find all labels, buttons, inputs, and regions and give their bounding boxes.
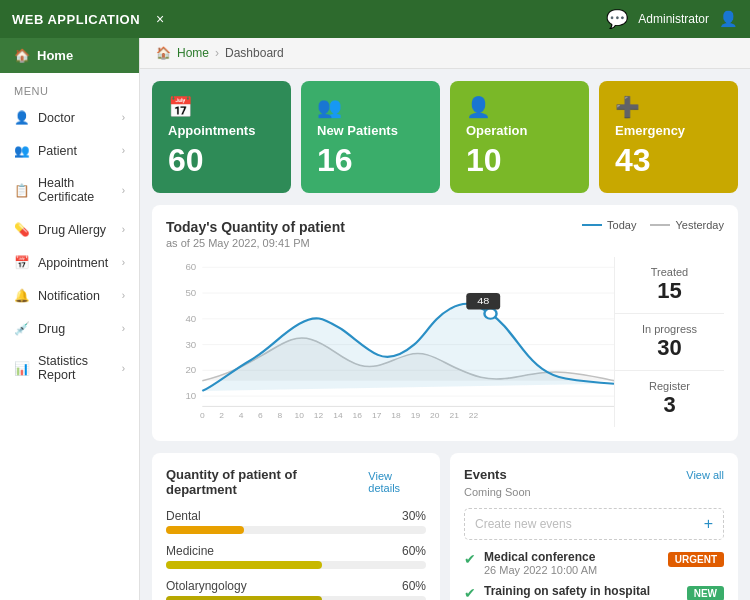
chart-stat-in-progress: In progress 30 (615, 314, 724, 371)
dept-medicine-bar (166, 561, 322, 569)
chevron-right-icon: › (122, 363, 125, 374)
chart-canvas: 60 50 40 30 20 10 (166, 257, 614, 427)
svg-text:21: 21 (449, 411, 458, 419)
sidebar-patient-label: Patient (38, 144, 77, 158)
operation-icon: 👤 (466, 95, 573, 119)
events-create-field[interactable]: Create new evens + (464, 508, 724, 540)
breadcrumb-home[interactable]: Home (177, 46, 209, 60)
chart-subtitle: as of 25 May 2022, 09:41 PM (166, 237, 345, 249)
events-title: Events (464, 467, 507, 482)
emergency-icon: ➕ (615, 95, 722, 119)
operation-label: Operation (466, 123, 573, 138)
chevron-right-icon: › (122, 290, 125, 301)
sidebar-home-label: Home (37, 48, 73, 63)
topbar-title: WEB APPLICATION (12, 12, 140, 27)
topbar: WEB APPLICATION × 💬 Administrator 👤 (0, 0, 750, 38)
events-add-icon[interactable]: + (704, 515, 713, 533)
chevron-right-icon: › (122, 257, 125, 268)
svg-text:14: 14 (333, 411, 343, 419)
event-badge-new: NEW (687, 586, 724, 600)
event-item-0: ✔ Medical conference 26 May 2022 10:00 A… (464, 550, 724, 576)
sidebar-doctor-label: Doctor (38, 111, 75, 125)
breadcrumb-separator: › (215, 46, 219, 60)
chevron-right-icon: › (122, 323, 125, 334)
legend-today-label: Today (607, 219, 636, 231)
dept-dental-name: Dental (166, 509, 201, 523)
sidebar-item-doctor[interactable]: 👤 Doctor › (0, 101, 139, 134)
stat-card-emergency[interactable]: ➕ Emergency 43 (599, 81, 738, 193)
sidebar-notification-label: Notification (38, 289, 100, 303)
chart-svg: 60 50 40 30 20 10 (166, 257, 614, 427)
sidebar-drug-allergy-label: Drug Allergy (38, 223, 106, 237)
svg-text:2: 2 (219, 411, 224, 419)
operation-value: 10 (466, 142, 573, 179)
in-progress-label: In progress (642, 323, 697, 335)
health-icon: 📋 (14, 183, 30, 198)
sidebar-menu-label: Menu (0, 73, 139, 101)
bottom-row: Quantity of patient of department View d… (152, 453, 738, 600)
svg-text:17: 17 (372, 411, 381, 419)
events-view-link[interactable]: View all (686, 469, 724, 481)
stat-cards: 📅 Appointments 60 👥 New Patients 16 👤 Op… (152, 81, 738, 193)
sidebar-item-statistics-report[interactable]: 📊 Statistics Report › (0, 345, 139, 391)
legend-yesterday-label: Yesterday (675, 219, 724, 231)
dept-view-link[interactable]: View details (368, 470, 426, 494)
svg-point-13 (484, 309, 496, 319)
dept-otolaryngology-pct: 60% (402, 579, 426, 593)
dept-otolaryngology-name: Otolaryngology (166, 579, 247, 593)
chevron-right-icon: › (122, 224, 125, 235)
chart-title: Today's Quantity of patient (166, 219, 345, 235)
stat-card-appointments[interactable]: 📅 Appointments 60 (152, 81, 291, 193)
breadcrumb: 🏠 Home › Dashboard (140, 38, 750, 69)
dept-dental-pct: 30% (402, 509, 426, 523)
chart-right-stats: Treated 15 In progress 30 Register 3 (614, 257, 724, 427)
svg-text:50: 50 (185, 289, 196, 298)
dept-medicine-name: Medicine (166, 544, 214, 558)
appointment-icon: 📅 (14, 255, 30, 270)
svg-text:12: 12 (314, 411, 323, 419)
svg-text:22: 22 (469, 411, 478, 419)
event-badge-urgent: URGENT (668, 552, 724, 567)
doctor-icon: 👤 (14, 110, 30, 125)
svg-text:30: 30 (185, 340, 196, 349)
dept-dental-bar (166, 526, 244, 534)
topbar-close-button[interactable]: × (156, 11, 164, 27)
sidebar-item-drug-allergy[interactable]: 💊 Drug Allergy › (0, 213, 139, 246)
svg-text:10: 10 (185, 392, 196, 401)
chart-legend: Today Yesterday (582, 219, 724, 231)
svg-text:10: 10 (294, 411, 304, 419)
stat-card-new-patients[interactable]: 👥 New Patients 16 (301, 81, 440, 193)
notification-icon: 🔔 (14, 288, 30, 303)
appointments-icon: 📅 (168, 95, 275, 119)
event-date-0: 26 May 2022 10:00 AM (484, 564, 660, 576)
home-icon: 🏠 (14, 48, 30, 63)
sidebar-health-label: Health Certificate (38, 176, 122, 204)
svg-text:40: 40 (185, 315, 196, 324)
event-name-0: Medical conference (484, 550, 660, 564)
dept-otolaryngology-bar (166, 596, 322, 600)
breadcrumb-current: Dashboard (225, 46, 284, 60)
svg-text:6: 6 (258, 411, 263, 419)
sidebar-item-notification[interactable]: 🔔 Notification › (0, 279, 139, 312)
events-section: Events View all Coming Soon Create new e… (450, 453, 738, 600)
sidebar-statistics-label: Statistics Report (38, 354, 122, 382)
event-item-1: ✔ Training on safety in hospital 26 May … (464, 584, 724, 600)
sidebar-item-patient[interactable]: 👥 Patient › (0, 134, 139, 167)
admin-user-label: Administrator (638, 12, 709, 26)
sidebar-item-appointment[interactable]: 📅 Appointment › (0, 246, 139, 279)
svg-text:48: 48 (477, 296, 490, 306)
patient-icon: 👥 (14, 143, 30, 158)
sidebar-drug-label: Drug (38, 322, 65, 336)
stat-card-operation[interactable]: 👤 Operation 10 (450, 81, 589, 193)
legend-yesterday-line (650, 224, 670, 226)
register-label: Register (649, 380, 690, 392)
chat-icon[interactable]: 💬 (606, 8, 628, 30)
appointments-label: Appointments (168, 123, 275, 138)
sidebar-item-health-certificate[interactable]: 📋 Health Certificate › (0, 167, 139, 213)
sidebar-item-drug[interactable]: 💉 Drug › (0, 312, 139, 345)
drug-allergy-icon: 💊 (14, 222, 30, 237)
svg-text:20: 20 (185, 366, 196, 375)
sidebar-home[interactable]: 🏠 Home (0, 38, 139, 73)
statistics-icon: 📊 (14, 361, 30, 376)
dept-section: Quantity of patient of department View d… (152, 453, 440, 600)
